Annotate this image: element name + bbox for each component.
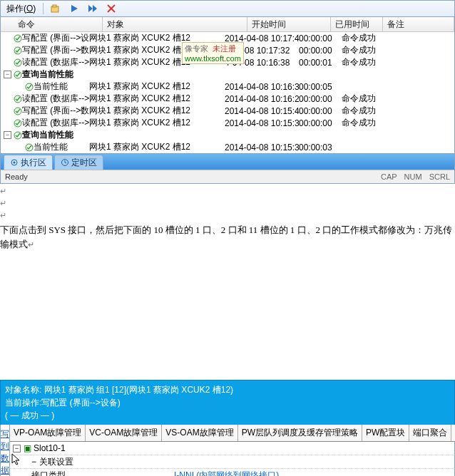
tab-vp-oam[interactable]: VP-OAM故障管理 [10, 425, 86, 441]
object-name: 对象名称: 网块1 蔡家岗 组1 [12](网块1 蔡家岗 XCUK2 槽12) [5, 383, 450, 396]
operation-menu[interactable]: 操作(O) [4, 2, 39, 16]
check-icon [14, 107, 22, 115]
status-bar: Ready CAP NUM SCRL [1, 170, 454, 183]
table-row[interactable]: 写配置 (界面-->数据库) 网块1 蔡家岗 XCUK2 槽12 2014-04… [1, 105, 454, 117]
table-row[interactable]: 读配置 (数据库-->界面) 网块1 蔡家岗 XCUK2 槽12 2014-04… [1, 117, 454, 129]
paragraph-mark: ↵ [0, 187, 455, 196]
tab-exec[interactable]: 执行区 [4, 155, 53, 170]
current-op: 当前操作:写配置 (界面-->设备) [5, 396, 450, 409]
prop-interface-type[interactable]: 接口类型 I-NNI (内部网络到网络接口) [10, 468, 455, 476]
group-label: 查询当前性能 [22, 68, 73, 81]
toolbar: 操作(O) [1, 1, 454, 17]
check-icon [14, 71, 22, 79]
svg-marker-4 [93, 5, 97, 12]
slot-node[interactable]: − ▣ Slot10-1 [10, 442, 455, 455]
group-label: 查询当前性能 [22, 129, 73, 141]
col-used[interactable]: 已用时间 [331, 17, 383, 31]
status-num: NUM [404, 172, 422, 181]
collapse-icon[interactable]: − [4, 131, 11, 139]
instruction-text: 下面点击到 SYS 接口，然后把下面的 10 槽位的 1 口、2 口和 11 槽… [0, 223, 455, 251]
object-header: 对象名称: 网块1 蔡家岗 组1 [12](网块1 蔡家岗 XCUK2 槽12)… [0, 380, 455, 425]
check-icon [14, 131, 22, 140]
status-scrl: SCRL [429, 172, 450, 181]
status-cap: CAP [381, 172, 397, 181]
log-pane: 操作(O) 命令 对象 开始时间 已用时间 备注 写配置 (界面-->设备) 网… [0, 0, 455, 184]
play-icon[interactable] [66, 3, 82, 14]
cursor-icon [11, 453, 21, 466]
separator [43, 3, 44, 14]
table-row[interactable]: 当前性能 网块1 蔡家岗 XCUK2 槽12 2014-04-08 10:16:… [1, 81, 454, 93]
group-row[interactable]: − 查询当前性能 [1, 68, 454, 81]
tab-timer[interactable]: 定时区 [54, 155, 103, 170]
check-icon [14, 46, 22, 55]
watermark: 像专家 未注册 www.tlxsoft.com [182, 42, 244, 64]
check-icon [14, 119, 22, 128]
clock-icon [61, 158, 69, 167]
table-row[interactable]: 读配置 (数据库-->界面) 网块1 蔡家岗 XCUK2 槽12 2014-04… [1, 93, 454, 105]
check-icon [14, 34, 22, 43]
col-obj[interactable]: 对象 [103, 17, 247, 31]
bottom-tabbar: 执行区 定时区 [1, 153, 454, 170]
check-icon [14, 58, 22, 67]
table-row[interactable]: 当前性能 网块1 蔡家岗 XCUK2 槽12 2014-04-08 10:15:… [1, 141, 454, 153]
fastforward-icon[interactable] [85, 3, 101, 14]
prop-assoc[interactable]: −关联设置 [10, 455, 455, 468]
config-pane: 对象名称: 网块1 蔡家岗 组1 [12](网块1 蔡家岗 XCUK2 槽12)… [0, 380, 455, 476]
collapse-icon[interactable]: − [13, 445, 21, 452]
property-grid: − ▣ Slot10-1 −关联设置 接口类型 I-NNI (内部网络到网络接口… [10, 442, 455, 476]
col-cmd[interactable]: 命令 [1, 17, 103, 31]
paragraph-mark: ↵ [0, 199, 455, 208]
module-icon: ▣ [24, 443, 31, 453]
status-ready: Ready [5, 172, 28, 181]
gear-icon [10, 158, 19, 167]
tab-vs-oam[interactable]: VS-OAM故障管理 [162, 425, 237, 441]
action-write-db[interactable]: 写到数据库 [1, 425, 9, 476]
svg-marker-22 [12, 454, 19, 465]
tab-pw-block[interactable]: PW配置块 [362, 425, 409, 441]
side-actions: 写到数据库 从数据库读 写到设备 从设备读 [1, 425, 10, 476]
svg-point-18 [14, 162, 16, 164]
tab-tps[interactable]: TPS保护 [451, 425, 455, 441]
grid-header: 命令 对象 开始时间 已用时间 备注 [1, 17, 454, 32]
tab-port-agg[interactable]: 端口聚合 [409, 425, 451, 441]
collapse-icon[interactable]: − [4, 71, 11, 78]
delete-icon[interactable] [103, 3, 119, 14]
check-icon [25, 83, 34, 91]
col-start[interactable]: 开始时间 [247, 17, 331, 31]
tab-vc-oam[interactable]: VC-OAM故障管理 [86, 425, 162, 441]
config-tabs: VP-OAM故障管理 VC-OAM故障管理 VS-OAM故障管理 PW层队列调度… [10, 425, 455, 442]
op-result: ( — 成功 — ) [5, 409, 450, 422]
svg-marker-3 [88, 5, 93, 12]
check-icon [25, 143, 34, 152]
paragraph-mark: ↵ [0, 211, 455, 220]
check-icon [14, 95, 22, 103]
col-remark[interactable]: 备注 [383, 17, 454, 31]
collapse-icon[interactable]: − [31, 457, 36, 467]
svg-rect-1 [53, 5, 56, 7]
tab-pw-queue[interactable]: PW层队列调度及缓存管理策略 [238, 425, 362, 441]
svg-line-21 [65, 162, 66, 163]
svg-marker-2 [71, 5, 78, 12]
open-icon[interactable] [48, 3, 63, 14]
group-row[interactable]: − 查询当前性能 [1, 129, 454, 141]
